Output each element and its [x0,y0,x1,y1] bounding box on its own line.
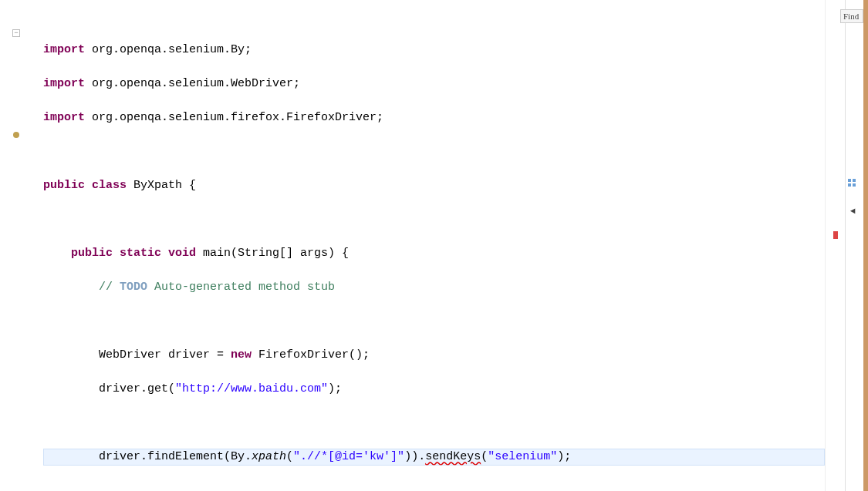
ide-root: − import org.openqa.selenium.By; import … [0,0,868,491]
method-marker-icon[interactable] [13,132,19,138]
outline-scrollbar[interactable] [863,0,868,491]
editor-gutter[interactable]: − [0,0,32,491]
find-button[interactable]: Find [840,9,863,23]
svg-rect-1 [853,179,856,182]
code-text[interactable]: import org.openqa.selenium.By; import or… [32,0,825,491]
fold-icon[interactable]: − [12,29,20,37]
error-squiggle: sendKeys [425,450,481,463]
editor-area: − import org.openqa.selenium.By; import … [0,0,868,491]
outline-pane[interactable]: C ◄ [845,0,868,491]
error-marker-icon[interactable] [833,231,838,239]
svg-rect-3 [853,183,856,187]
kw-import: import [43,43,85,56]
highlighted-line[interactable]: driver.findElement(By.xpath(".//*[@id='k… [43,449,825,466]
outline-item-icon[interactable] [847,178,856,187]
overview-ruler[interactable] [825,0,845,491]
svg-rect-0 [848,179,851,182]
code-pane[interactable]: import org.openqa.selenium.By; import or… [32,0,825,491]
svg-rect-2 [848,183,851,187]
outline-collapse-icon[interactable]: ◄ [850,207,856,216]
